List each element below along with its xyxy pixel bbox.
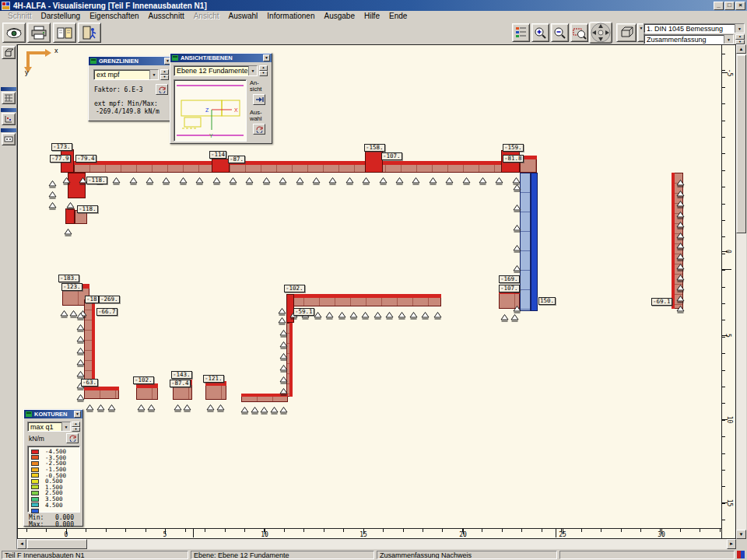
scroll-left-icon[interactable]: ◄: [17, 539, 26, 549]
result-spinner[interactable]: ▲▼: [735, 34, 745, 44]
ruler-tick: [722, 486, 725, 487]
menu-item-ende[interactable]: Ende: [384, 12, 412, 20]
ruler-tick: [722, 137, 725, 138]
scroll-down-icon[interactable]: ▼: [736, 530, 746, 539]
print-button[interactable]: [27, 23, 51, 43]
refresh-button[interactable]: [66, 433, 79, 443]
ruler-tick: [722, 436, 725, 437]
konturen-combo[interactable]: max q1 ▼: [27, 422, 71, 432]
zoom-in-button[interactable]: [531, 23, 549, 42]
tree-settings-icon: [515, 26, 528, 39]
zoom-window-button[interactable]: [570, 23, 588, 42]
plan-preview[interactable]: Z X Y: [174, 79, 247, 142]
status-extra: [559, 551, 735, 559]
axis-icon: [4, 115, 13, 124]
exit-button[interactable]: [78, 23, 101, 43]
spin-up-icon[interactable]: ▲: [160, 69, 169, 75]
vertical-scrollbar[interactable]: ▲ ▼: [736, 44, 746, 539]
viewpoint-button[interactable]: [2, 46, 16, 59]
menu-item-ausschnitt[interactable]: Ausschnitt: [144, 12, 189, 20]
ebene-spinner[interactable]: ▲▼: [259, 65, 268, 76]
scrollbar-corner: [736, 539, 746, 549]
scroll-right-icon[interactable]: ►: [727, 539, 736, 549]
maximize-button[interactable]: □: [724, 2, 735, 10]
spin-down-icon[interactable]: ▼: [259, 71, 268, 76]
result-combo[interactable]: Zusammenfassung ▼: [644, 34, 734, 44]
grenzlinien-panel: GRENZLINIEN ▼ ext mpf ▼ ▲▼ Faktor: 6.E-3…: [88, 56, 174, 121]
view-3d-button[interactable]: [616, 23, 637, 42]
menu-item-darstellung[interactable]: Darstellung: [37, 12, 86, 20]
chevron-down-icon[interactable]: ▼: [61, 422, 70, 431]
arrow-into-bar-icon: [255, 96, 264, 103]
settings-tree-button[interactable]: [512, 23, 530, 42]
minmax-caption: ext mpf: Min/Max:: [94, 100, 158, 107]
close-button[interactable]: ×: [735, 2, 745, 10]
ansicht-titlebar[interactable]: ANSICHT/EBENEN ▼: [170, 54, 272, 62]
ebene-combo[interactable]: Ebene 12 Fundamente ▼: [174, 65, 258, 76]
mini-window-titlebar[interactable]: [1, 128, 16, 132]
minimize-button[interactable]: _: [714, 2, 724, 10]
konturen-titlebar[interactable]: KONTUREN ▼: [24, 410, 82, 418]
ruler-tick: [722, 70, 725, 71]
menu-item-ausgabe[interactable]: Ausgabe: [319, 12, 359, 20]
eye-icon: [5, 26, 23, 39]
grenzlinien-combo-value: ext mpf: [96, 71, 120, 79]
konturen-spinner[interactable]: ▲▼: [72, 422, 80, 432]
ruler-tick: [722, 420, 725, 421]
design-code-combo[interactable]: 1. DIN 1045 Bemessung ▼: [644, 23, 745, 33]
vertical-scroll-thumb[interactable]: [736, 54, 746, 233]
chevron-down-icon[interactable]: ▼: [149, 70, 158, 79]
ruler-tick: [146, 529, 146, 532]
legend-color-swatch: [31, 497, 39, 502]
grenzlinien-titlebar[interactable]: GRENZLINIEN ▼: [89, 57, 173, 65]
spin-down-icon[interactable]: ▼: [735, 40, 745, 45]
pan-control[interactable]: [589, 22, 612, 44]
ruler-label: 0: [724, 250, 731, 254]
spin-down-icon[interactable]: ▼: [160, 75, 169, 80]
ruler-tick: [722, 270, 725, 271]
legend-color-swatch: [31, 450, 39, 454]
view-button[interactable]: [2, 23, 26, 43]
spin-down-icon[interactable]: ▼: [72, 427, 80, 432]
contour-legend: -4.500-3.500-2.500-1.500-0.5000.5001.500…: [27, 446, 80, 513]
ruler-tick: [722, 121, 725, 121]
ruler-tick: [722, 353, 725, 354]
grenzlinien-title: GRENZLINIEN: [99, 58, 164, 65]
horizontal-scrollbar[interactable]: ◄ ►: [17, 539, 736, 549]
ruler-tick: [581, 529, 582, 532]
konturen-title: KONTUREN: [34, 411, 74, 418]
panel-collapse-icon[interactable]: ▼: [263, 54, 270, 61]
mini-window-werte-button[interactable]: [2, 133, 16, 145]
chevron-down-icon[interactable]: ▼: [724, 35, 733, 44]
menu-item-auswahl[interactable]: Auswahl: [224, 12, 263, 20]
menu-item-eigenschaften[interactable]: Eigenschaften: [85, 12, 143, 20]
mini-window-konturen-button[interactable]: [2, 92, 16, 104]
spin-up-icon[interactable]: ▲: [259, 65, 268, 71]
zoom-out-button[interactable]: [551, 23, 569, 42]
ruler-tick: [680, 529, 681, 532]
ruler-label: 10: [261, 531, 268, 538]
menu-item-hilfe[interactable]: Hilfe: [359, 12, 384, 20]
chevron-down-icon[interactable]: ▼: [735, 24, 744, 33]
menu-item-informationen[interactable]: Informationen: [262, 12, 319, 20]
title-bar: 4H-ALFA - Visualisierung [Teil F Innenau…: [0, 0, 747, 11]
ruler-tick: [720, 529, 721, 532]
auswahl-button[interactable]: [253, 124, 265, 135]
report-button[interactable]: [53, 23, 76, 43]
axis-y-label: Y: [209, 133, 213, 138]
grenzlinien-spinner[interactable]: ▲▼: [160, 69, 169, 80]
refresh-button[interactable]: [156, 84, 168, 95]
horizontal-scroll-thumb[interactable]: [26, 539, 87, 549]
scroll-up-icon[interactable]: ▲: [736, 44, 746, 54]
chevron-down-icon[interactable]: ▼: [248, 66, 257, 75]
mini-window-titlebar[interactable]: [1, 108, 16, 112]
mini-window-titlebar[interactable]: [1, 87, 16, 91]
mini-window-legende-button[interactable]: [2, 113, 16, 125]
ansicht-apply-button[interactable]: [253, 94, 265, 105]
panel-collapse-icon[interactable]: ▼: [74, 411, 81, 418]
grenzlinien-combo[interactable]: ext mpf ▼: [93, 69, 159, 80]
ruler-tick: [225, 529, 226, 532]
status-nachweis: Zusammenfassung Nachweis: [377, 551, 557, 559]
ruler-tick: [383, 529, 384, 532]
ruler-tick: [205, 529, 205, 532]
